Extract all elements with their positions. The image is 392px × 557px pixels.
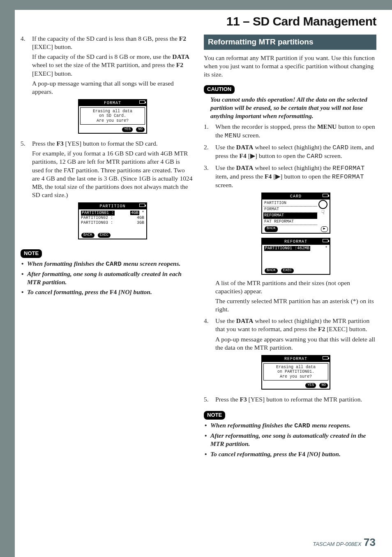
battery-icon [139, 100, 145, 104]
lcd-reformat-list-screenshot: REFORMAT PARTITION01 :462MB* BACK EXEC [261, 238, 330, 275]
step-number: 5. [21, 139, 32, 244]
lcd-row: PARTITION01 : [81, 211, 115, 216]
lcd-exec-button: EXEC [98, 233, 111, 238]
body-text: A list of the MTR partitions and their s… [215, 279, 376, 295]
lcd-row: PARTITION03 : [81, 220, 113, 225]
footer: TASCAM DP-008EX 73 [313, 536, 376, 550]
step-number: 1. [204, 123, 215, 141]
body-text: If the capacity of the SD card is less t… [32, 35, 193, 51]
section-heading: Reformatting MTR partitions [204, 35, 376, 50]
lcd-line: Are you sure? [265, 374, 326, 379]
note-item: When formatting finishes the CARD menu s… [27, 260, 193, 268]
content: 4. If the capacity of the SD card is les… [21, 35, 376, 536]
lcd-partition-screenshot: PARTITION PARTITION01 :4GB * PARTITION02… [78, 202, 147, 239]
lcd-no-button: NO [319, 383, 328, 388]
knob-icon [318, 200, 327, 209]
left-bar [0, 0, 15, 557]
lcd-title: REFORMAT [284, 239, 307, 244]
lcd-card-screenshot: CARD PARTITION FORMAT REFORMAT FAT REFOR… [261, 193, 330, 234]
body-text: For example, if you format a 16 GB SD ca… [32, 149, 193, 199]
top-bar [0, 0, 392, 10]
hand-icon: ☟ [321, 210, 325, 216]
body-text: The currently selected MTR partition has… [215, 297, 376, 313]
lcd-menu-item: FAT REFORMAT [263, 219, 317, 225]
battery-icon [323, 356, 328, 360]
battery-icon [323, 194, 328, 197]
note-item: After reformatting, one song is automati… [210, 432, 376, 448]
step-number: 5. [204, 395, 215, 405]
lcd-title: PARTITION [99, 204, 125, 209]
note-item: To cancel formatting, press the F4 [NO] … [27, 288, 193, 296]
right-column: Reformatting MTR partitions You can refo… [204, 35, 376, 536]
lcd-format-screenshot: FORMAT Erasing all data on SD Card. Are … [78, 99, 147, 134]
body-text: A pop-up message appears warning you tha… [215, 335, 376, 352]
lcd-line: Erasing all data [265, 365, 326, 370]
step-number: 3. [204, 164, 215, 315]
step-number: 4. [204, 317, 215, 394]
body-text: Use the DATA wheel to select (highlight)… [215, 143, 376, 160]
list-item: 5. Press the F3 [YES] button to format t… [21, 139, 193, 244]
lcd-row: PARTITION01 :462MB [264, 246, 310, 251]
lcd-yes-button: YES [122, 127, 133, 132]
lcd-title: CARD [290, 194, 302, 199]
lcd-line: on SD Card. [82, 114, 143, 118]
body-text: When the recorder is stopped, press the … [215, 123, 376, 139]
note-label: NOTE [204, 411, 225, 420]
body-text: Press the F3 [YES] button to format the … [32, 139, 193, 148]
lcd-menu-item: PARTITION [263, 200, 317, 207]
lcd-menu-item-selected: REFORMAT [263, 213, 317, 219]
body-text: Use the DATA wheel to select (highlight)… [215, 164, 376, 189]
lcd-title: REFORMAT [284, 357, 307, 361]
page-number: 73 [364, 536, 376, 548]
list-item: 5. Press the F3 [YES] button to reformat… [204, 395, 376, 405]
model-name: TASCAM DP-008EX [313, 541, 361, 547]
step-number: 4. [21, 35, 32, 138]
lcd-back-button: BACK [265, 226, 278, 232]
lcd-back-button: BACK [81, 233, 95, 238]
note-item: To cancel reformatting, press the F4 [NO… [210, 450, 376, 458]
lcd-exec-button: EXEC [281, 268, 294, 273]
lcd-line: on PARTITION01. [265, 369, 326, 374]
body-text: If the capacity of the SD card is 8 GB o… [32, 53, 193, 77]
chapter-title: 11 – SD Card Management [226, 13, 376, 29]
battery-icon [323, 239, 328, 242]
lcd-back-button: BACK [265, 268, 278, 273]
note-item: After formatting, one song is automatica… [27, 270, 193, 286]
lcd-line: Erasing all data [82, 109, 143, 114]
lcd-play-button: ▶ [321, 226, 328, 232]
note-label: NOTE [21, 249, 42, 258]
caution-text: You cannot undo this operation! All the … [204, 95, 376, 120]
caution-label: CAUTION [204, 85, 235, 94]
lcd-reformat-confirm-screenshot: REFORMAT Erasing all data on PARTITION01… [261, 355, 330, 390]
lcd-menu-item: FORMAT [263, 207, 317, 213]
note-list: When formatting finishes the CARD menu s… [21, 260, 193, 297]
battery-icon [139, 204, 145, 207]
list-item: 4. Use the DATA wheel to select (highlig… [204, 317, 376, 394]
body-text: Press the F3 [YES] button to reformat th… [215, 395, 376, 404]
left-column: 4. If the capacity of the SD card is les… [21, 35, 193, 536]
list-item: 2. Use the DATA wheel to select (highlig… [204, 143, 376, 162]
note-list: When reformatting finishes the CARD menu… [204, 421, 376, 458]
list-item: 1. When the recorder is stopped, press t… [204, 123, 376, 141]
list-item: 3. Use the DATA wheel to select (highlig… [204, 164, 376, 315]
body-text: You can reformat any MTR partition if yo… [204, 54, 376, 79]
lcd-row: PARTITION02 : [81, 216, 113, 220]
list-item: 4. If the capacity of the SD card is les… [21, 35, 193, 138]
step-number: 2. [204, 143, 215, 162]
lcd-no-button: NO [136, 127, 145, 132]
note-item: When reformatting finishes the CARD menu… [210, 421, 376, 430]
lcd-line: Are you sure? [82, 118, 143, 123]
lcd-yes-button: YES [305, 383, 316, 388]
body-text: A pop-up message warning that all songs … [32, 79, 193, 96]
lcd-title: FORMAT [104, 101, 121, 105]
body-text: Use the DATA wheel to select (highlight)… [215, 317, 376, 333]
